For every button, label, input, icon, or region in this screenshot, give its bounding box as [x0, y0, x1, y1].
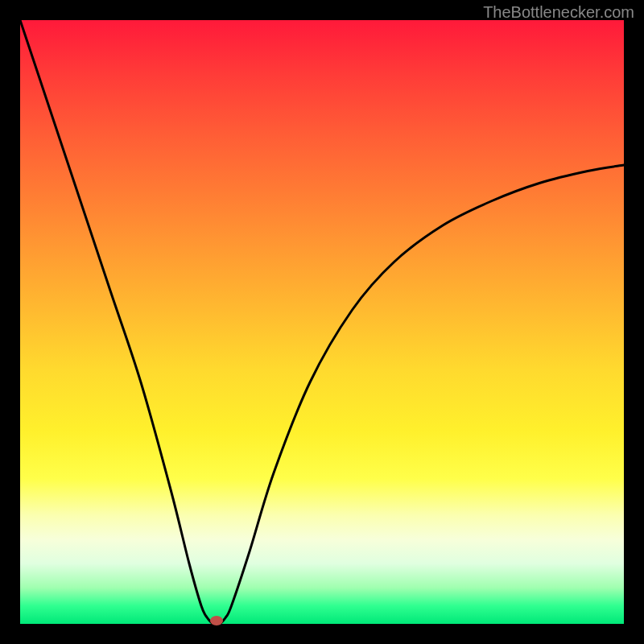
optimal-point-marker — [210, 616, 223, 625]
attribution-text: TheBottlenecker.com — [483, 3, 634, 22]
chart-svg — [20, 20, 624, 624]
bottleneck-curve-line — [20, 20, 624, 625]
chart-plot-area — [20, 20, 624, 624]
